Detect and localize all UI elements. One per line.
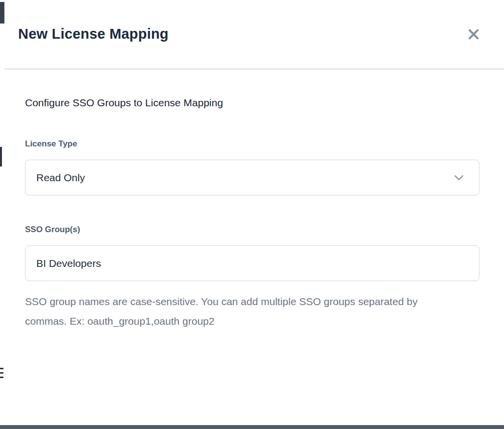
chevron-down-icon (452, 170, 466, 185)
sso-groups-help: SSO group names are case-sensitive. You … (25, 292, 442, 331)
close-icon[interactable] (465, 25, 482, 43)
modal-body: Configure SSO Groups to License Mapping … (4, 70, 504, 331)
sso-groups-input[interactable] (25, 245, 479, 281)
background-edge-top-left (0, 2, 4, 24)
new-license-mapping-modal: New License Mapping Configure SSO Groups… (4, 0, 504, 425)
background-edge-mid-left (0, 147, 2, 167)
background-edge-bottom (0, 425, 504, 429)
license-type-label: License Type (25, 139, 479, 149)
sso-groups-label: SSO Group(s) (25, 225, 479, 235)
license-type-select[interactable]: Read Only (25, 160, 479, 195)
modal-header: New License Mapping (4, 0, 504, 70)
modal-subtitle: Configure SSO Groups to License Mapping (25, 97, 479, 109)
menu-icon (0, 368, 3, 381)
modal-title: New License Mapping (18, 26, 169, 42)
license-type-value: Read Only (36, 172, 85, 184)
